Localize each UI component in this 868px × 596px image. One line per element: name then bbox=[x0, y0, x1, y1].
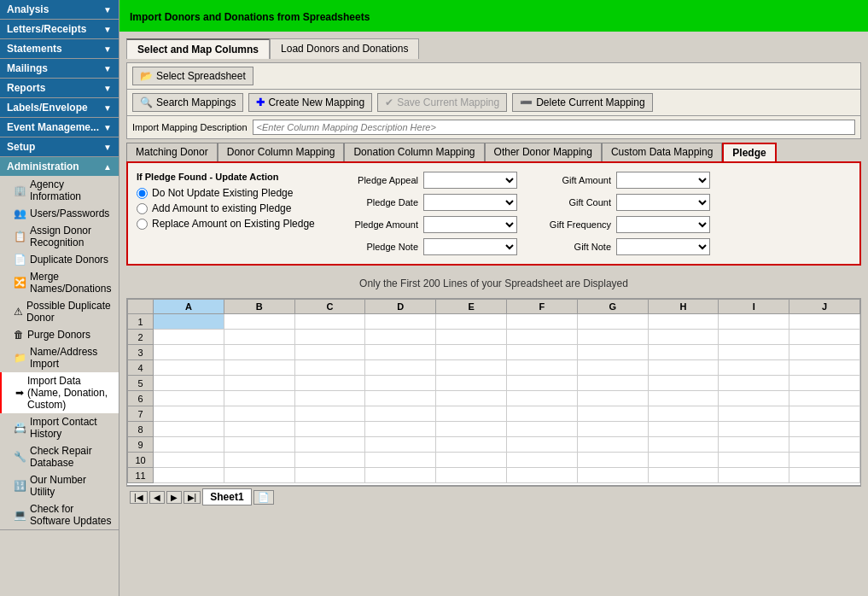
sidebar-header-administration[interactable]: Administration ▲ bbox=[0, 157, 119, 176]
grid-cell[interactable] bbox=[789, 391, 860, 406]
grid-cell[interactable] bbox=[154, 376, 224, 391]
grid-cell[interactable] bbox=[648, 314, 719, 330]
col-header-f[interactable]: F bbox=[506, 300, 577, 314]
grid-cell[interactable] bbox=[436, 345, 507, 360]
tab-donation-col[interactable]: Donation Column Mapping bbox=[344, 143, 484, 161]
grid-cell[interactable] bbox=[154, 345, 224, 360]
grid-cell[interactable] bbox=[648, 345, 719, 360]
grid-cell[interactable] bbox=[719, 314, 789, 330]
col-header-i[interactable]: I bbox=[719, 300, 789, 314]
sidebar-item-possible-dup[interactable]: ⚠ Possible Duplicate Donor bbox=[0, 297, 119, 326]
grid-cell[interactable] bbox=[719, 422, 789, 437]
grid-cell[interactable] bbox=[154, 360, 224, 376]
grid-cell[interactable] bbox=[436, 391, 507, 406]
grid-cell[interactable] bbox=[294, 406, 365, 422]
grid-cell[interactable] bbox=[719, 453, 789, 468]
grid-cell[interactable] bbox=[648, 468, 719, 483]
grid-cell[interactable] bbox=[294, 376, 365, 391]
create-mapping-button[interactable]: ✚ Create New Mapping bbox=[248, 93, 372, 112]
grid-cell[interactable] bbox=[294, 314, 365, 330]
tab-select-map[interactable]: Select and Map Columns bbox=[126, 38, 270, 59]
grid-cell[interactable] bbox=[648, 330, 719, 345]
grid-cell[interactable] bbox=[436, 406, 507, 422]
search-mappings-button[interactable]: 🔍 Search Mappings bbox=[132, 93, 243, 112]
sidebar-item-purge-donors[interactable]: 🗑 Purge Donors bbox=[0, 326, 119, 343]
save-mapping-button[interactable]: ✔ Save Current Mapping bbox=[377, 93, 507, 112]
grid-cell[interactable] bbox=[154, 330, 224, 345]
sidebar-header-analysis[interactable]: Analysis ▼ bbox=[0, 0, 119, 19]
grid-cell[interactable] bbox=[154, 314, 224, 330]
grid-cell[interactable] bbox=[789, 453, 860, 468]
grid-cell[interactable] bbox=[506, 360, 577, 376]
grid-cell[interactable] bbox=[789, 406, 860, 422]
grid-cell[interactable] bbox=[648, 360, 719, 376]
sidebar-item-assign-donor[interactable]: 📋 Assign Donor Recognition bbox=[0, 222, 119, 251]
grid-cell[interactable] bbox=[789, 422, 860, 437]
tab-pledge[interactable]: Pledge bbox=[722, 143, 776, 161]
grid-cell[interactable] bbox=[577, 437, 648, 453]
grid-cell[interactable] bbox=[719, 345, 789, 360]
sidebar-item-agency-info[interactable]: 🏢 Agency Information bbox=[0, 176, 119, 205]
pledge-appeal-select[interactable] bbox=[423, 172, 517, 189]
grid-cell[interactable] bbox=[648, 422, 719, 437]
grid-cell[interactable] bbox=[577, 391, 648, 406]
grid-cell[interactable] bbox=[719, 391, 789, 406]
grid-cell[interactable] bbox=[506, 437, 577, 453]
grid-cell[interactable] bbox=[577, 406, 648, 422]
select-spreadsheet-button[interactable]: 📂 Select Spreadsheet bbox=[132, 67, 253, 85]
gift-count-select[interactable] bbox=[616, 194, 710, 211]
grid-cell[interactable] bbox=[365, 360, 436, 376]
grid-cell[interactable] bbox=[506, 330, 577, 345]
grid-cell[interactable] bbox=[577, 330, 648, 345]
grid-cell[interactable] bbox=[294, 453, 365, 468]
sidebar-header-setup[interactable]: Setup ▼ bbox=[0, 137, 119, 156]
grid-cell[interactable] bbox=[506, 345, 577, 360]
grid-cell[interactable] bbox=[719, 376, 789, 391]
sidebar-item-import-data[interactable]: ➡ Import Data (Name, Donation, Custom) bbox=[0, 372, 119, 413]
tab-other-donor[interactable]: Other Donor Mapping bbox=[485, 143, 602, 161]
sheet-nav-last[interactable]: ▶| bbox=[184, 491, 201, 504]
grid-cell[interactable] bbox=[648, 453, 719, 468]
grid-cell[interactable] bbox=[506, 453, 577, 468]
grid-cell[interactable] bbox=[224, 468, 294, 483]
grid-cell[interactable] bbox=[719, 468, 789, 483]
grid-cell[interactable] bbox=[154, 422, 224, 437]
grid-cell[interactable] bbox=[789, 345, 860, 360]
grid-cell[interactable] bbox=[506, 422, 577, 437]
grid-cell[interactable] bbox=[365, 314, 436, 330]
grid-cell[interactable] bbox=[436, 376, 507, 391]
grid-cell[interactable] bbox=[294, 391, 365, 406]
grid-cell[interactable] bbox=[789, 360, 860, 376]
grid-cell[interactable] bbox=[365, 468, 436, 483]
gift-note-select[interactable] bbox=[616, 238, 710, 255]
tab-matching-donor[interactable]: Matching Donor bbox=[126, 143, 218, 161]
col-header-a[interactable]: A bbox=[154, 300, 224, 314]
grid-cell[interactable] bbox=[365, 453, 436, 468]
grid-cell[interactable] bbox=[294, 360, 365, 376]
grid-cell[interactable] bbox=[506, 406, 577, 422]
tab-custom-data[interactable]: Custom Data Mapping bbox=[602, 143, 722, 161]
sidebar-item-import-contact[interactable]: 📇 Import Contact History bbox=[0, 413, 119, 442]
grid-cell[interactable] bbox=[789, 468, 860, 483]
delete-mapping-button[interactable]: ➖ Delete Current Mapping bbox=[512, 93, 652, 112]
grid-cell[interactable] bbox=[577, 314, 648, 330]
grid-cell[interactable] bbox=[224, 314, 294, 330]
pledge-amount-select[interactable] bbox=[423, 216, 517, 233]
grid-cell[interactable] bbox=[224, 391, 294, 406]
grid-cell[interactable] bbox=[648, 406, 719, 422]
sidebar-header-reports[interactable]: Reports ▼ bbox=[0, 79, 119, 97]
grid-cell[interactable] bbox=[224, 360, 294, 376]
grid-cell[interactable] bbox=[719, 406, 789, 422]
grid-cell[interactable] bbox=[294, 422, 365, 437]
grid-cell[interactable] bbox=[154, 437, 224, 453]
grid-cell[interactable] bbox=[577, 376, 648, 391]
sidebar-item-users[interactable]: 👥 Users/Passwords bbox=[0, 205, 119, 222]
grid-cell[interactable] bbox=[719, 360, 789, 376]
sidebar-header-statements[interactable]: Statements ▼ bbox=[0, 39, 119, 58]
grid-cell[interactable] bbox=[224, 376, 294, 391]
mapping-desc-input[interactable] bbox=[253, 120, 855, 135]
sheet-tab-add-icon[interactable]: 📄 bbox=[253, 490, 274, 505]
grid-cell[interactable] bbox=[577, 468, 648, 483]
grid-cell[interactable] bbox=[365, 345, 436, 360]
grid-cell[interactable] bbox=[294, 437, 365, 453]
